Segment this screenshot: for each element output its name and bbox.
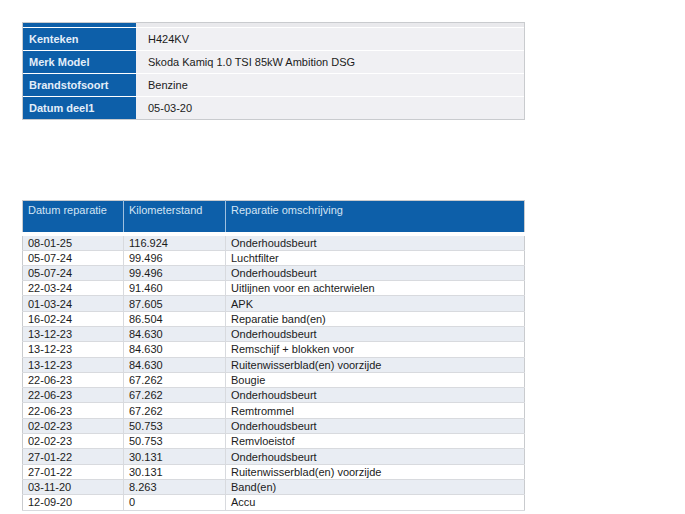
table-row: 22-06-23 67.262 Bougie	[23, 372, 525, 387]
cell-datum-reparatie: 05-07-24	[23, 265, 124, 280]
cell-kilometerstand: 84.630	[124, 342, 226, 357]
cell-reparatie-omschrijving: Accu	[226, 495, 525, 510]
page-root: { "colors": { "accent_blue": "#0d5fa9", …	[0, 0, 685, 514]
table-row: 05-07-24 99.496 Onderhoudsbeurt	[23, 265, 525, 280]
cell-reparatie-omschrijving: Reparatie band(en)	[226, 311, 525, 326]
cell-reparatie-omschrijving: Onderhoudsbeurt	[226, 418, 525, 433]
header-row: Datum reparatie Kilometerstand Reparatie…	[23, 201, 525, 234]
table-row: 27-01-22 30.131 Onderhoudsbeurt	[23, 449, 525, 464]
table-row: 01-03-24 87.605 APK	[23, 296, 525, 311]
top-sliver-gray-segment	[136, 23, 524, 27]
cell-kilometerstand: 30.131	[124, 449, 226, 464]
cell-datum-reparatie: 01-03-24	[23, 296, 124, 311]
repair-history-header: Datum reparatie Kilometerstand Reparatie…	[23, 201, 525, 234]
cell-datum-reparatie: 27-01-22	[23, 449, 124, 464]
cell-datum-reparatie: 08-01-25	[23, 234, 124, 251]
cell-kilometerstand: 84.630	[124, 326, 226, 341]
column-header-datum-reparatie: Datum reparatie	[23, 201, 124, 234]
cell-reparatie-omschrijving: Onderhoudsbeurt	[226, 234, 525, 251]
vehicle-info-label: Merk Model	[23, 51, 136, 73]
cell-datum-reparatie: 05-07-24	[23, 250, 124, 265]
cell-reparatie-omschrijving: Uitlijnen voor en achterwielen	[226, 281, 525, 296]
vehicle-info-value: Skoda Kamiq 1.0 TSI 85kW Ambition DSG	[136, 51, 524, 73]
vehicle-info-row: Kenteken H424KV	[23, 28, 524, 50]
cell-kilometerstand: 0	[124, 495, 226, 510]
cell-datum-reparatie: 13-12-23	[23, 326, 124, 341]
vehicle-info-label: Kenteken	[23, 28, 136, 50]
table-row: 02-02-23 50.753 Onderhoudsbeurt	[23, 418, 525, 433]
cell-datum-reparatie: 16-02-24	[23, 311, 124, 326]
repair-history-body: 08-01-25 116.924 Onderhoudsbeurt 05-07-2…	[23, 234, 525, 511]
cell-reparatie-omschrijving: Remtrommel	[226, 403, 525, 418]
cell-kilometerstand: 67.262	[124, 388, 226, 403]
table-row: 13-12-23 84.630 Remschijf + blokken voor	[23, 342, 525, 357]
cell-kilometerstand: 99.496	[124, 250, 226, 265]
table-row: 22-06-23 67.262 Onderhoudsbeurt	[23, 388, 525, 403]
cell-reparatie-omschrijving: Onderhoudsbeurt	[226, 388, 525, 403]
column-header-reparatie-omschrijving: Reparatie omschrijving	[226, 201, 525, 234]
table-row: 13-12-23 84.630 Ruitenwisserblad(en) voo…	[23, 357, 525, 372]
cell-reparatie-omschrijving: Onderhoudsbeurt	[226, 449, 525, 464]
cell-kilometerstand: 30.131	[124, 464, 226, 479]
cell-kilometerstand: 50.753	[124, 434, 226, 449]
table-row: 05-07-24 99.496 Luchtfilter	[23, 250, 525, 265]
cell-kilometerstand: 84.630	[124, 357, 226, 372]
cell-reparatie-omschrijving: Band(en)	[226, 479, 525, 494]
repair-history-table: Datum reparatie Kilometerstand Reparatie…	[22, 200, 525, 511]
table-row: 13-12-23 84.630 Onderhoudsbeurt	[23, 326, 525, 341]
cell-datum-reparatie: 02-02-23	[23, 418, 124, 433]
cell-datum-reparatie: 22-06-23	[23, 372, 124, 387]
column-header-kilometerstand: Kilometerstand	[124, 201, 226, 234]
cell-datum-reparatie: 03-11-20	[23, 479, 124, 494]
vehicle-info-row: Brandstofsoort Benzine	[23, 74, 524, 96]
cell-reparatie-omschrijving: Onderhoudsbeurt	[226, 265, 525, 280]
cell-datum-reparatie: 22-06-23	[23, 388, 124, 403]
vehicle-info-value: Benzine	[136, 74, 524, 96]
table-row: 12-09-20 0 Accu	[23, 495, 525, 510]
vehicle-info-value: 05-03-20	[136, 97, 524, 119]
cell-kilometerstand: 86.504	[124, 311, 226, 326]
cell-kilometerstand: 67.262	[124, 372, 226, 387]
vehicle-table-top-sliver	[23, 23, 524, 27]
cell-kilometerstand: 116.924	[124, 234, 226, 251]
vehicle-info-row: Merk Model Skoda Kamiq 1.0 TSI 85kW Ambi…	[23, 51, 524, 73]
cell-kilometerstand: 99.496	[124, 265, 226, 280]
table-row: 16-02-24 86.504 Reparatie band(en)	[23, 311, 525, 326]
vehicle-info-row: Datum deel1 05-03-20	[23, 97, 524, 119]
cell-datum-reparatie: 22-03-24	[23, 281, 124, 296]
vehicle-info-label: Brandstofsoort	[23, 74, 136, 96]
table-row: 08-01-25 116.924 Onderhoudsbeurt	[23, 234, 525, 251]
cell-kilometerstand: 8.263	[124, 479, 226, 494]
cell-reparatie-omschrijving: APK	[226, 296, 525, 311]
cell-datum-reparatie: 02-02-23	[23, 434, 124, 449]
cell-datum-reparatie: 27-01-22	[23, 464, 124, 479]
cell-datum-reparatie: 13-12-23	[23, 357, 124, 372]
table-row: 27-01-22 30.131 Ruitenwisserblad(en) voo…	[23, 464, 525, 479]
cell-datum-reparatie: 12-09-20	[23, 495, 124, 510]
cell-reparatie-omschrijving: Onderhoudsbeurt	[226, 326, 525, 341]
cell-reparatie-omschrijving: Luchtfilter	[226, 250, 525, 265]
cell-kilometerstand: 87.605	[124, 296, 226, 311]
cell-datum-reparatie: 22-06-23	[23, 403, 124, 418]
vehicle-info-value: H424KV	[136, 28, 524, 50]
vehicle-info-table: Kenteken H424KV Merk Model Skoda Kamiq 1…	[22, 22, 525, 120]
table-row: 22-03-24 91.460 Uitlijnen voor en achter…	[23, 281, 525, 296]
top-sliver-blue-segment	[23, 23, 136, 27]
cell-reparatie-omschrijving: Bougie	[226, 372, 525, 387]
cell-reparatie-omschrijving: Ruitenwisserblad(en) voorzijde	[226, 464, 525, 479]
vehicle-info-label: Datum deel1	[23, 97, 136, 119]
cell-reparatie-omschrijving: Remvloeistof	[226, 434, 525, 449]
table-row: 03-11-20 8.263 Band(en)	[23, 479, 525, 494]
cell-reparatie-omschrijving: Remschijf + blokken voor	[226, 342, 525, 357]
table-row: 02-02-23 50.753 Remvloeistof	[23, 434, 525, 449]
cell-reparatie-omschrijving: Ruitenwisserblad(en) voorzijde	[226, 357, 525, 372]
cell-datum-reparatie: 13-12-23	[23, 342, 124, 357]
cell-kilometerstand: 67.262	[124, 403, 226, 418]
table-row: 22-06-23 67.262 Remtrommel	[23, 403, 525, 418]
cell-kilometerstand: 50.753	[124, 418, 226, 433]
cell-kilometerstand: 91.460	[124, 281, 226, 296]
